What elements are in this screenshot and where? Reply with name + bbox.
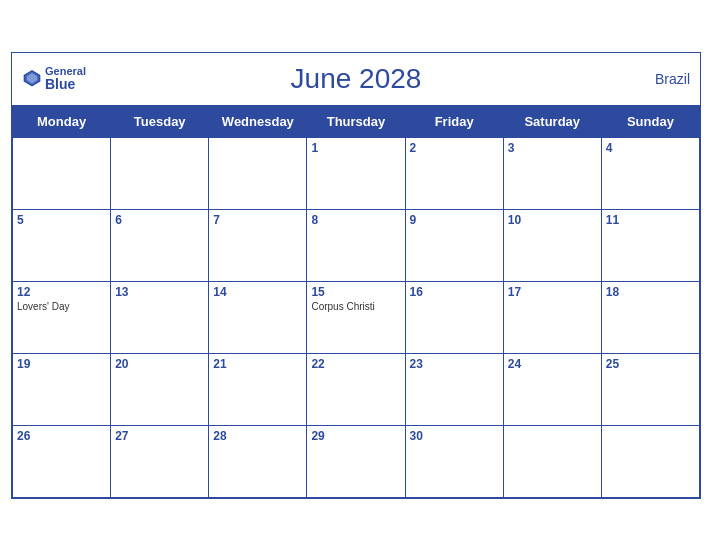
day-cell: 6 bbox=[111, 209, 209, 281]
day-number: 7 bbox=[213, 213, 302, 227]
day-cell bbox=[601, 425, 699, 497]
day-number: 16 bbox=[410, 285, 499, 299]
day-number: 6 bbox=[115, 213, 204, 227]
week-row-1: 1234 bbox=[13, 137, 700, 209]
week-row-3: 12Lovers' Day131415Corpus Christi161718 bbox=[13, 281, 700, 353]
day-number: 22 bbox=[311, 357, 400, 371]
day-number: 8 bbox=[311, 213, 400, 227]
header-tuesday: Tuesday bbox=[111, 105, 209, 137]
weekday-header-row: Monday Tuesday Wednesday Thursday Friday… bbox=[13, 105, 700, 137]
country-label: Brazil bbox=[655, 71, 690, 87]
day-number: 20 bbox=[115, 357, 204, 371]
day-number: 24 bbox=[508, 357, 597, 371]
day-cell bbox=[503, 425, 601, 497]
calendar-body: 123456789101112Lovers' Day131415Corpus C… bbox=[13, 137, 700, 497]
day-cell: 10 bbox=[503, 209, 601, 281]
day-number: 18 bbox=[606, 285, 695, 299]
day-cell: 24 bbox=[503, 353, 601, 425]
day-cell: 4 bbox=[601, 137, 699, 209]
day-cell: 11 bbox=[601, 209, 699, 281]
logo-blue-text: Blue bbox=[45, 77, 86, 92]
header-friday: Friday bbox=[405, 105, 503, 137]
header-sunday: Sunday bbox=[601, 105, 699, 137]
day-cell: 27 bbox=[111, 425, 209, 497]
header-saturday: Saturday bbox=[503, 105, 601, 137]
day-number: 19 bbox=[17, 357, 106, 371]
day-cell: 30 bbox=[405, 425, 503, 497]
day-number: 15 bbox=[311, 285, 400, 299]
day-number: 17 bbox=[508, 285, 597, 299]
week-row-4: 19202122232425 bbox=[13, 353, 700, 425]
day-event: Corpus Christi bbox=[311, 301, 400, 312]
day-number: 30 bbox=[410, 429, 499, 443]
day-cell: 2 bbox=[405, 137, 503, 209]
day-cell: 17 bbox=[503, 281, 601, 353]
day-number: 5 bbox=[17, 213, 106, 227]
day-number: 9 bbox=[410, 213, 499, 227]
day-number: 11 bbox=[606, 213, 695, 227]
day-cell: 1 bbox=[307, 137, 405, 209]
day-cell: 18 bbox=[601, 281, 699, 353]
day-number: 23 bbox=[410, 357, 499, 371]
calendar-grid: Monday Tuesday Wednesday Thursday Friday… bbox=[12, 105, 700, 498]
day-number: 29 bbox=[311, 429, 400, 443]
day-cell: 13 bbox=[111, 281, 209, 353]
day-number: 27 bbox=[115, 429, 204, 443]
calendar-title: June 2028 bbox=[28, 63, 684, 95]
day-cell: 14 bbox=[209, 281, 307, 353]
week-row-2: 567891011 bbox=[13, 209, 700, 281]
day-cell: 7 bbox=[209, 209, 307, 281]
day-number: 12 bbox=[17, 285, 106, 299]
day-cell: 9 bbox=[405, 209, 503, 281]
day-number: 21 bbox=[213, 357, 302, 371]
day-number: 3 bbox=[508, 141, 597, 155]
header-wednesday: Wednesday bbox=[209, 105, 307, 137]
day-number: 14 bbox=[213, 285, 302, 299]
header-thursday: Thursday bbox=[307, 105, 405, 137]
logo-icon bbox=[22, 68, 42, 88]
day-cell: 12Lovers' Day bbox=[13, 281, 111, 353]
day-cell: 29 bbox=[307, 425, 405, 497]
day-cell bbox=[209, 137, 307, 209]
day-cell: 28 bbox=[209, 425, 307, 497]
day-cell: 16 bbox=[405, 281, 503, 353]
day-cell: 21 bbox=[209, 353, 307, 425]
day-cell: 20 bbox=[111, 353, 209, 425]
day-cell: 26 bbox=[13, 425, 111, 497]
day-event: Lovers' Day bbox=[17, 301, 106, 312]
day-number: 28 bbox=[213, 429, 302, 443]
day-cell: 5 bbox=[13, 209, 111, 281]
day-cell: 25 bbox=[601, 353, 699, 425]
day-cell bbox=[13, 137, 111, 209]
day-number: 10 bbox=[508, 213, 597, 227]
day-number: 2 bbox=[410, 141, 499, 155]
day-cell: 22 bbox=[307, 353, 405, 425]
header-monday: Monday bbox=[13, 105, 111, 137]
calendar-container: General Blue June 2028 Brazil Monday Tue… bbox=[11, 52, 701, 499]
day-number: 26 bbox=[17, 429, 106, 443]
day-cell: 23 bbox=[405, 353, 503, 425]
day-number: 25 bbox=[606, 357, 695, 371]
day-cell: 19 bbox=[13, 353, 111, 425]
calendar-header: General Blue June 2028 Brazil bbox=[12, 53, 700, 105]
day-cell: 15Corpus Christi bbox=[307, 281, 405, 353]
day-cell bbox=[111, 137, 209, 209]
day-number: 1 bbox=[311, 141, 400, 155]
day-number: 4 bbox=[606, 141, 695, 155]
week-row-5: 2627282930 bbox=[13, 425, 700, 497]
day-cell: 8 bbox=[307, 209, 405, 281]
day-cell: 3 bbox=[503, 137, 601, 209]
logo: General Blue bbox=[22, 65, 86, 92]
day-number: 13 bbox=[115, 285, 204, 299]
